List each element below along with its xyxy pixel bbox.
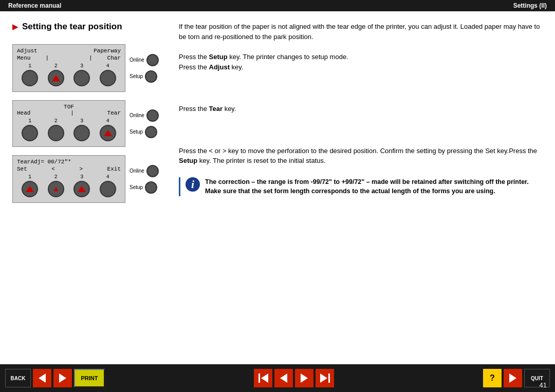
quit-arrow-icon [509,374,516,383]
back-button[interactable]: BACK [5,369,31,387]
panel-3-tearadj: TearAdj= 00/72"* [17,159,71,165]
panel-2-online: Online [130,109,159,122]
footer-center [254,369,334,387]
footer-left: BACK PRINT [5,369,105,387]
panel-1-btn2 [48,70,64,86]
panel-1-side: Online Setup [130,54,159,83]
first-page-icon [258,374,268,383]
section-title: ▶ Setting the tear position [12,22,166,32]
print-button[interactable]: PRINT [74,369,105,387]
panel-3-online: Online [130,165,159,177]
info-box: i The correction – the range is from -99… [179,177,543,197]
diagram-2: TOF Head | Tear 1234 [12,100,166,147]
panel-1-paperway: Paperway [94,48,121,54]
panel-1-bar2: | [89,55,92,61]
panel-3-btn2 [48,181,64,197]
info-icon: i [186,177,200,192]
panel-3-setup: Setup [130,181,159,194]
diagram-3: TearAdj= 00/72"* Set < > Exit 1234 [12,155,166,203]
panel-3-line1: TearAdj= 00/72"* [17,159,121,165]
panel-2: TOF Head | Tear 1234 [12,100,125,147]
panel-1-bar1: | [45,55,49,61]
panel-2-nums: 1234 [17,118,121,124]
quit-label: QUIT [531,376,543,381]
info-content: The correction – the range is from -99/7… [205,177,529,197]
panel-1-nums: 1234 [17,63,121,69]
last-page-icon [320,374,330,383]
setup-btn-3 [145,181,157,194]
step2-group: Press the Tear key. [179,104,543,114]
header-left: Reference manual [8,2,61,9]
panel-3-side: Online Setup [130,165,159,194]
panel-1-char: Char [107,55,121,61]
intro-text: If the tear position of the paper is not… [179,22,543,42]
step2-text: Press the Tear key. [179,104,543,114]
panel-2-btn2 [48,125,64,141]
panel-3: TearAdj= 00/72"* Set < > Exit 1234 [12,155,125,203]
forward-arrow-button[interactable] [53,369,72,387]
panel-3-subheader: Set < > Exit [17,166,121,172]
panel-3-lt: < [51,166,55,172]
step3-text: Press the < or > key to move the perfora… [179,146,543,166]
last-page-button[interactable] [316,369,334,387]
panel-3-gt: > [79,166,83,172]
step1-group: Press the Setup key. The printer changes… [179,52,543,72]
section-title-text: Setting the tear position [22,22,122,32]
panel-2-tof: TOF [17,104,121,110]
right-column: If the tear position of the paper is not… [179,22,543,343]
prev-page-button[interactable] [274,369,293,387]
panel-1-header: Adjust Paperway [17,48,121,54]
panel-3-btn3 [73,181,90,197]
prev-page-icon [280,374,287,383]
forward-arrow-icon [59,374,66,383]
back-label: BACK [11,376,26,381]
main-content: ▶ Setting the tear position Adjust Paper… [0,11,555,353]
panel-1-setup: Setup [130,70,159,83]
step1-text: Press the Setup key. The printer changes… [179,52,543,62]
panel-1-btn3 [73,70,90,86]
page-number: 41 [540,381,547,389]
back-arrow-icon [39,374,46,383]
panel-2-btn4 [100,125,116,141]
panel-3-btn4 [100,181,116,197]
panel-3-exit: Exit [107,166,121,172]
panel-3-nums: 1234 [17,174,121,180]
header-right: Settings (II) [513,2,547,9]
left-column: ▶ Setting the tear position Adjust Paper… [12,22,166,343]
header: Reference manual Settings (II) [0,0,555,11]
panel-2-head: Head [17,110,30,116]
panel-1-btn4 [100,70,116,86]
panel-1-online: Online [130,54,159,66]
panel-1-buttons [17,70,121,86]
section-arrow: ▶ [12,23,18,31]
online-btn-2 [146,109,159,122]
step1b-text: Press the Adjust key. [179,62,543,72]
setup-btn-2 [145,126,157,138]
setup-btn-1 [145,70,157,83]
panel-3-buttons [17,181,121,197]
panel-2-tear: Tear [107,110,121,116]
panel-2-setup: Setup [130,126,159,138]
panel-2-btn1 [22,125,38,141]
panel-3-btn1 [22,181,38,197]
panel-3-set: Set [17,166,27,172]
panel-1-adjust: Adjust [17,48,38,54]
back-arrow-button[interactable] [33,369,51,387]
quit-arrow-button[interactable] [504,369,522,387]
panel-2-buttons [17,125,121,141]
footer: BACK PRINT [0,364,555,392]
panel-1-menu: Menu [17,55,30,61]
help-button[interactable]: ? [483,369,502,387]
print-label: PRINT [81,375,98,381]
next-page-button[interactable] [295,369,313,387]
panel-1-subheader: Menu | | Char [17,55,121,61]
first-page-button[interactable] [254,369,272,387]
panel-1: Adjust Paperway Menu | | Char 1234 [12,44,125,92]
online-btn-1 [146,54,159,66]
online-btn-3 [146,165,159,177]
panel-2-side: Online Setup [130,109,159,138]
panel-1-btn1 [22,70,38,86]
diagram-1: Adjust Paperway Menu | | Char 1234 [12,44,166,92]
panel-2-subheader: Head | Tear [17,110,121,116]
panel-2-btn3 [73,125,90,141]
